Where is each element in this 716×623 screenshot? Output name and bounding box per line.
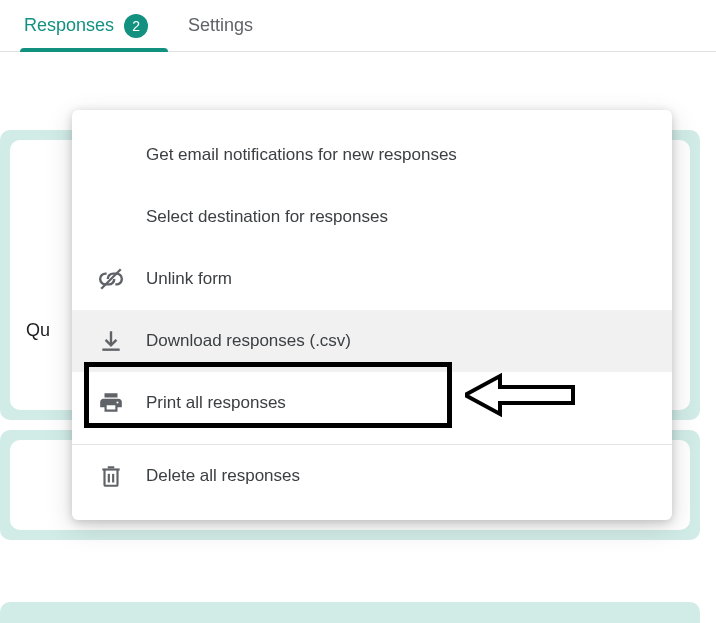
menu-item-label: Select destination for responses xyxy=(146,207,388,227)
svg-line-0 xyxy=(101,269,121,289)
delete-icon xyxy=(98,463,124,489)
menu-item-unlink-form[interactable]: Unlink form xyxy=(72,248,672,310)
menu-item-download-csv[interactable]: Download responses (.csv) xyxy=(72,310,672,372)
menu-item-label: Unlink form xyxy=(146,269,232,289)
menu-item-label: Download responses (.csv) xyxy=(146,331,351,351)
tab-responses-label: Responses xyxy=(24,15,114,36)
tab-bar: Responses 2 Settings xyxy=(0,0,716,52)
question-label-fragment: Qu xyxy=(26,320,50,341)
svg-point-1 xyxy=(116,401,118,403)
responses-count-badge: 2 xyxy=(124,14,148,38)
tab-settings-label: Settings xyxy=(188,15,253,36)
download-icon xyxy=(98,328,124,354)
responses-overflow-menu: Get email notifications for new response… xyxy=(72,110,672,520)
tab-responses[interactable]: Responses 2 xyxy=(24,0,148,51)
menu-item-print-all[interactable]: Print all responses xyxy=(72,372,672,434)
menu-item-label: Get email notifications for new response… xyxy=(146,145,457,165)
menu-item-label: Delete all responses xyxy=(146,466,300,486)
print-icon xyxy=(98,390,124,416)
menu-item-select-destination[interactable]: Select destination for responses xyxy=(72,186,672,248)
menu-item-label: Print all responses xyxy=(146,393,286,413)
tab-settings[interactable]: Settings xyxy=(188,0,253,51)
bg-panel xyxy=(0,602,700,623)
menu-item-email-notifications[interactable]: Get email notifications for new response… xyxy=(72,124,672,186)
menu-item-delete-all[interactable]: Delete all responses xyxy=(72,444,672,506)
unlink-icon xyxy=(98,266,124,292)
